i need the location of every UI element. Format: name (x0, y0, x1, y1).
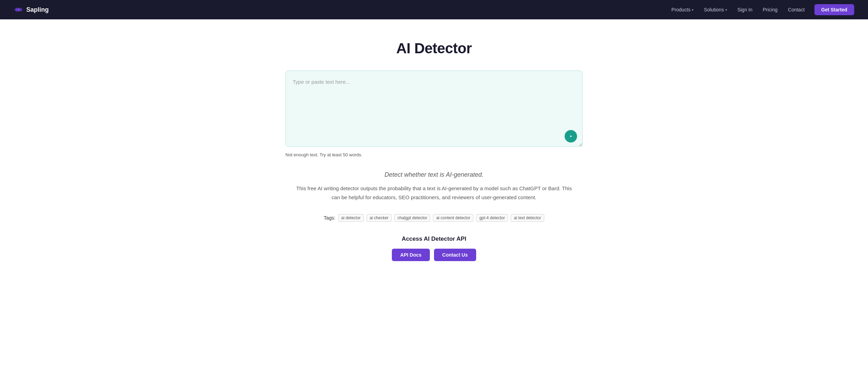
submit-icon (568, 133, 574, 139)
page-title: AI Detector (285, 40, 583, 57)
nav-solutions[interactable]: Solutions ▾ (700, 5, 731, 15)
api-docs-button[interactable]: API Docs (392, 249, 430, 261)
description-section: Detect whether text is AI-generated. Thi… (285, 171, 583, 202)
validation-message: Not enough text. Try at least 50 words. (285, 152, 583, 157)
nav-contact[interactable]: Contact (784, 5, 809, 15)
tags-row: Tags: ai detector ai checker chatgpt det… (285, 214, 583, 222)
submit-button[interactable] (565, 130, 577, 142)
tag-ai-text-detector[interactable]: ai text detector (511, 214, 544, 222)
description-body: This free AI writing detector outputs th… (292, 184, 576, 202)
tag-chatgpt-detector[interactable]: chatgpt detector (394, 214, 430, 222)
brand-name: Sapling (26, 6, 49, 13)
tag-ai-content-detector[interactable]: ai content detector (433, 214, 473, 222)
text-input[interactable] (285, 71, 583, 147)
nav-products[interactable]: Products ▾ (667, 5, 698, 15)
sapling-logo-icon (14, 6, 23, 13)
api-buttons: API Docs Contact Us (285, 249, 583, 261)
tag-ai-checker[interactable]: ai checker (367, 214, 392, 222)
api-section-title: Access AI Detector API (285, 236, 583, 242)
solutions-chevron-icon: ▾ (725, 8, 727, 12)
get-started-button[interactable]: Get Started (814, 4, 854, 15)
brand-logo[interactable]: Sapling (14, 6, 49, 13)
nav-pricing[interactable]: Pricing (758, 5, 782, 15)
main-content: AI Detector Not enough text. Try at leas… (279, 19, 589, 289)
nav-signin[interactable]: Sign In (733, 5, 757, 15)
tag-ai-detector[interactable]: ai detector (338, 214, 364, 222)
description-subtitle: Detect whether text is AI-generated. (285, 171, 583, 178)
tags-label: Tags: (324, 215, 335, 221)
tag-gpt4-detector[interactable]: gpt-4 detector (476, 214, 508, 222)
navbar: Sapling Products ▾ Solutions ▾ Sign In P… (0, 0, 868, 19)
textarea-wrapper (285, 71, 583, 148)
nav-links: Products ▾ Solutions ▾ Sign In Pricing C… (667, 4, 854, 15)
products-chevron-icon: ▾ (692, 8, 694, 12)
api-section: Access AI Detector API API Docs Contact … (285, 236, 583, 261)
contact-us-button[interactable]: Contact Us (434, 249, 476, 261)
